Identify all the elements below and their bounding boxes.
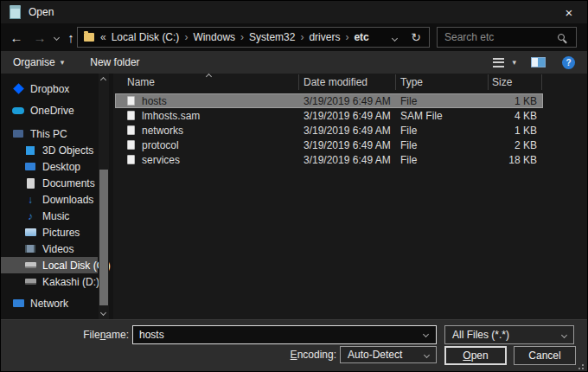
file-type: SAM File <box>400 110 443 122</box>
breadcrumb-separator-icon: › <box>298 31 305 43</box>
breadcrumb-item[interactable]: drivers <box>305 31 343 43</box>
open-button[interactable]: Open <box>444 346 507 365</box>
sidebar-item-label: Videos <box>42 243 74 255</box>
file-row-protocol[interactable]: protocol 3/19/2019 6:49 AM File 2 KB <box>115 138 543 152</box>
sort-ascending-icon <box>206 74 212 80</box>
sidebar-item-downloads[interactable]: ↓ Downloads <box>1 191 98 208</box>
breadcrumb-item-current[interactable]: etc <box>350 31 372 43</box>
help-icon[interactable]: ? <box>562 56 575 69</box>
navigation-bar: ← → ↑ « Local Disk (C:) › Windows › Syst… <box>1 23 587 51</box>
breadcrumb-item[interactable]: Windows <box>189 31 239 43</box>
column-header-date-modified[interactable]: Date modified <box>304 76 368 88</box>
resize-grip[interactable] <box>576 362 584 369</box>
sidebar-item-label: Network <box>30 298 68 310</box>
column-header-size[interactable]: Size <box>492 76 512 88</box>
scrollbar-thumb[interactable] <box>99 170 108 305</box>
encoding-chevron-icon <box>424 351 430 357</box>
back-button[interactable]: ← <box>6 23 27 51</box>
breadcrumb-item[interactable]: Local Disk (C:) <box>108 31 183 43</box>
view-caret-icon[interactable]: ▾ <box>512 58 516 67</box>
address-bar[interactable]: « Local Disk (C:) › Windows › System32 ›… <box>77 27 430 48</box>
picture-icon <box>24 227 36 238</box>
address-dropdown-chevron-icon[interactable] <box>393 31 397 43</box>
cancel-button[interactable]: Cancel <box>514 346 576 365</box>
file-row-lmhosts[interactable]: lmhosts.sam 3/19/2019 6:49 AM SAM File 4… <box>115 108 543 123</box>
sidebar-item-label: Downloads <box>42 194 93 206</box>
cube-icon <box>24 144 36 156</box>
sidebar-item-network[interactable]: Network <box>1 295 98 311</box>
film-icon <box>24 243 36 254</box>
search-icon[interactable] <box>558 34 565 41</box>
sidebar-item-label: Desktop <box>42 161 80 173</box>
encoding-label: Encoding: <box>208 346 336 363</box>
file-icon <box>127 111 135 120</box>
file-row-networks[interactable]: networks 3/19/2019 6:49 AM File 1 KB <box>115 123 543 138</box>
organise-button[interactable]: Organise ▾ <box>13 56 64 68</box>
encoding-select[interactable]: Auto-Detect <box>340 346 437 363</box>
search-input[interactable] <box>438 31 558 43</box>
breadcrumb-separator-icon: › <box>182 31 189 43</box>
label-text: ncoding: <box>297 349 336 361</box>
sidebar-item-dropbox[interactable]: Dropbox <box>1 80 98 97</box>
sidebar-item-music[interactable]: ♪ Music <box>1 208 98 224</box>
onedrive-cloud-icon <box>12 105 24 116</box>
sidebar-scrollbar[interactable] <box>99 74 109 319</box>
file-size: 18 KB <box>508 154 537 166</box>
file-row-services[interactable]: services 3/19/2019 6:49 AM File 18 KB <box>115 152 543 167</box>
sidebar-item-3d-objects[interactable]: 3D Objects <box>1 142 98 158</box>
file-icon <box>127 125 135 135</box>
folder-icon <box>84 33 94 42</box>
recent-locations-chevron-icon[interactable] <box>50 23 62 51</box>
file-icon <box>127 96 135 106</box>
toolbar-right-group: ▾ ? <box>493 56 575 69</box>
scroll-down-icon[interactable] <box>100 310 106 316</box>
preview-pane-icon[interactable] <box>531 57 546 67</box>
file-type-select[interactable]: All Files (*.*) <box>444 325 574 344</box>
file-row-hosts[interactable]: hosts 3/19/2019 6:49 AM File 1 KB <box>115 93 543 108</box>
sidebar-item-onedrive[interactable]: OneDrive <box>1 102 98 119</box>
file-name-label: File name: <box>1 325 129 344</box>
sidebar-item-desktop[interactable]: Desktop <box>1 158 98 175</box>
column-header-name[interactable]: Name <box>127 76 155 88</box>
sidebar-item-local-disk-c[interactable]: Local Disk (C:) <box>1 257 98 273</box>
file-name-input[interactable] <box>132 325 437 344</box>
breadcrumb-overflow-icon[interactable]: « <box>99 31 108 43</box>
scroll-up-icon[interactable] <box>100 77 106 83</box>
breadcrumb-item[interactable]: System32 <box>246 31 298 43</box>
column-header-type[interactable]: Type <box>400 76 423 88</box>
search-box[interactable] <box>437 27 577 48</box>
sidebar-item-documents[interactable]: Documents <box>1 175 98 191</box>
sidebar-item-kakashi-d[interactable]: Kakashi (D:) <box>1 273 98 290</box>
file-date: 3/19/2019 6:49 AM <box>304 154 391 166</box>
change-view-icon[interactable] <box>493 58 504 67</box>
column-divider[interactable] <box>298 74 299 90</box>
file-name: services <box>142 154 180 166</box>
monitor-icon <box>12 128 24 139</box>
file-type: File <box>400 154 417 166</box>
file-name: lmhosts.sam <box>142 110 200 122</box>
forward-button[interactable]: → <box>29 23 50 51</box>
disk-drive-icon <box>24 260 36 271</box>
sidebar-item-pictures[interactable]: Pictures <box>1 224 98 241</box>
new-folder-button[interactable]: New folder <box>90 56 139 68</box>
close-icon[interactable]: × <box>551 1 587 23</box>
sidebar-item-videos[interactable]: Videos <box>1 241 98 257</box>
file-date: 3/19/2019 6:49 AM <box>304 139 391 151</box>
column-divider[interactable] <box>395 74 396 90</box>
file-size: 1 KB <box>514 125 537 137</box>
title-bar: Open × <box>1 1 587 23</box>
column-divider[interactable] <box>488 74 489 90</box>
sidebar-item-this-pc[interactable]: This PC <box>1 125 98 142</box>
column-divider[interactable] <box>541 74 542 90</box>
file-name: hosts <box>142 95 167 107</box>
sidebar-item-label: Pictures <box>42 227 80 239</box>
label-accel: E <box>291 349 297 361</box>
download-arrow-icon: ↓ <box>24 194 36 205</box>
organise-caret-icon: ▾ <box>61 58 65 67</box>
file-date: 3/19/2019 6:49 AM <box>304 110 391 122</box>
file-date: 3/19/2019 6:49 AM <box>304 125 391 137</box>
refresh-icon[interactable]: ↻ <box>411 30 421 44</box>
file-type: File <box>400 139 417 151</box>
file-size: 1 KB <box>514 95 537 107</box>
file-type-value: All Files (*.*) <box>452 329 509 341</box>
